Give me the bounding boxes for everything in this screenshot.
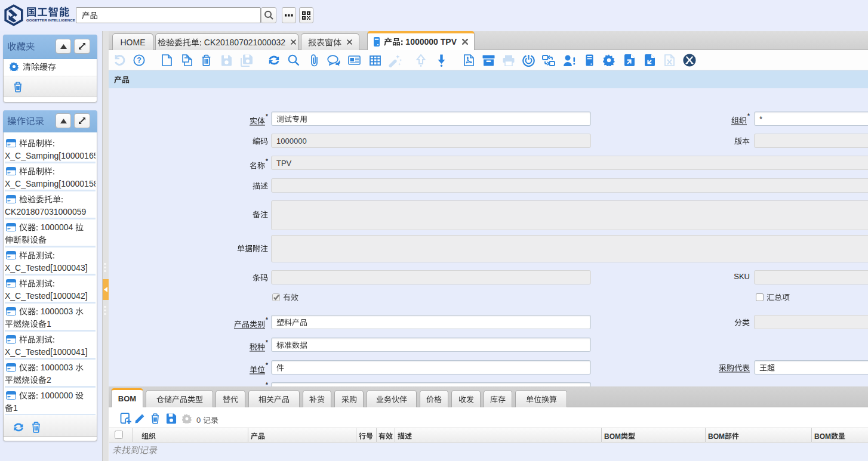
- svg-text:?: ?: [137, 56, 141, 64]
